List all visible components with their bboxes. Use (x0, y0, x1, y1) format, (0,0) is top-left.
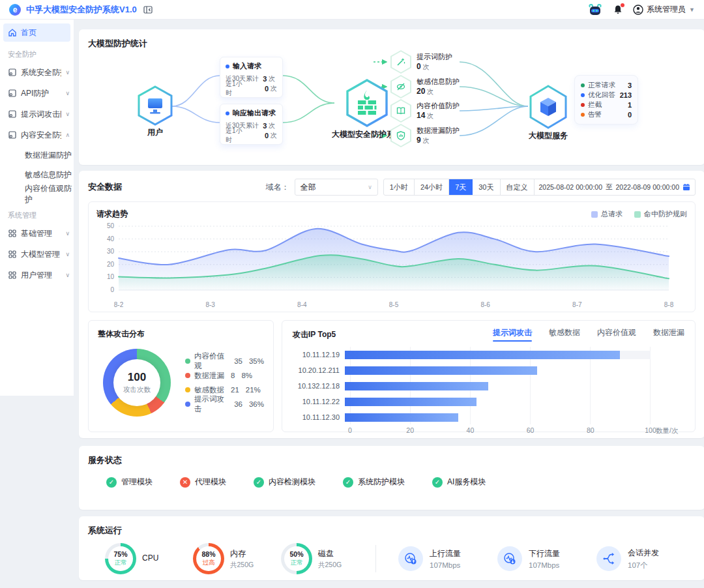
firewall-icon (345, 78, 389, 128)
stat-value: 3 (263, 75, 267, 83)
legend-total-requests[interactable]: 总请求 (591, 209, 623, 219)
sidebar-item-api-protection[interactable]: API防护 ∨ (0, 83, 74, 104)
sidebar-item-model-admin[interactable]: 大模型管理 ∨ (0, 244, 74, 265)
gauge-ring: 88%过高 (193, 543, 224, 574)
domain-select[interactable]: 全部 ∨ (295, 179, 378, 196)
result-stats-card: 正常请求3 优化回答213 拦截1 告警0 (574, 75, 638, 125)
svg-text:40: 40 (107, 235, 115, 243)
notifications-bell-icon[interactable] (613, 5, 623, 14)
protection-value: 20 (417, 87, 425, 96)
sidebar-item-content-security[interactable]: 内容安全防护 ∧ (0, 125, 74, 145)
sidebar-item-base-admin[interactable]: 基础管理 ∨ (0, 223, 74, 244)
card-title: 服务状态 (88, 454, 696, 466)
svg-text:8-2: 8-2 (114, 301, 124, 308)
traffic-down-icon (497, 546, 522, 571)
protection-value: 0 (417, 62, 421, 71)
sidebar-subitem-content-values[interactable]: 内容价值观防护 (0, 184, 74, 204)
sidebar-item-label: 基础管理 (21, 228, 61, 239)
sessions-icon (596, 546, 621, 571)
svg-text:8-4: 8-4 (297, 301, 307, 308)
shield-doc-icon (8, 130, 17, 140)
disk-gauge: 50%正常 磁盘共250G (281, 543, 369, 574)
grid-icon (8, 229, 17, 238)
range-custom-button[interactable]: 自定义 (501, 179, 535, 195)
sidebar-subitem-data-leak[interactable]: 数据泄漏防护 (0, 145, 74, 165)
sidebar-item-system-security[interactable]: 系统安全防护 ∨ (0, 62, 74, 83)
sidebar-item-label: 首页 (21, 27, 66, 38)
system-metrics-row: 75%正常 CPU 88%过高 内存共250G 50%正常 磁盘共250G (88, 543, 696, 574)
protection-label: 内容价值防护 (417, 102, 460, 110)
service-module: ✕代理模块 (180, 477, 226, 488)
range-1h-button[interactable]: 1小时 (384, 179, 415, 195)
model-service-label: 大模型服务 (529, 130, 568, 141)
security-data-card: 安全数据 域名： 全部 ∨ 1小时 24小时 7天 30天 自定义 202 (79, 171, 704, 438)
sidebar-section-security: 安全防护 (0, 43, 74, 62)
sidebar-item-prompt-attack[interactable]: 提示词攻击防护 ∨ (0, 104, 74, 125)
donut-center-label: 攻击次数 (123, 385, 151, 394)
stat-label: 近1小时 (226, 126, 248, 145)
system-running-card: 系统运行 75%正常 CPU 88%过高 内存共250G 50%正常 (79, 516, 704, 580)
protection-item-values: 内容价值防护14次 (390, 99, 460, 123)
donut-center-value: 100 (128, 371, 146, 384)
tab-prompt-attack[interactable]: 提示词攻击 (493, 327, 532, 342)
svg-text:8-6: 8-6 (480, 301, 490, 308)
range-7d-button[interactable]: 7天 (449, 179, 473, 195)
divider (375, 545, 376, 572)
sidebar-section-admin: 系统管理 (0, 204, 74, 223)
protection-item-leak: 数据泄漏防护9次 (390, 124, 460, 147)
grid-icon (8, 250, 17, 259)
chevron-down-icon: ∨ (368, 184, 372, 190)
date-from: 2025-08-02 00:00:00 (539, 183, 603, 191)
tab-data-leak[interactable]: 数据泄漏 (653, 327, 684, 342)
service-module: ✓系统防护模块 (343, 477, 405, 488)
sidebar-item-home[interactable]: 首页 (3, 23, 70, 42)
bar-row: 10.11.12.22 (293, 394, 684, 409)
domain-select-value: 全部 (301, 182, 316, 193)
notification-badge (621, 3, 624, 7)
app-logo: e (9, 4, 21, 16)
uplink-traffic: 上行流量107Mbps (398, 546, 497, 571)
svg-text:50: 50 (107, 222, 115, 229)
sidebar: 首页 安全防护 系统安全防护 ∨ API防护 ∨ 提示词攻击防护 ∨ 内容安全防… (0, 20, 74, 396)
status-dot (581, 113, 585, 117)
output-request-title: 响应输出请求 (233, 108, 276, 118)
card-title: 系统运行 (88, 525, 696, 537)
gauge-ring: 75%正常 (105, 543, 136, 574)
stat-value: 3 (628, 81, 632, 89)
user-monitor-icon (137, 85, 173, 126)
stat-label: 拦截 (588, 100, 602, 110)
legend-dot (185, 402, 190, 407)
chevron-down-icon: ▼ (689, 7, 695, 13)
svg-text:8-3: 8-3 (205, 301, 215, 308)
blue-dot-icon (226, 65, 229, 68)
chevron-down-icon: ∨ (65, 111, 70, 117)
chevron-down-icon: ∨ (65, 69, 70, 76)
sidebar-collapse-icon[interactable] (143, 6, 153, 14)
svg-text:8-7: 8-7 (572, 301, 582, 308)
legend-hit-rules[interactable]: 命中防护规则 (634, 209, 687, 219)
input-request-card: 输入请求 近30天累计3次 近1小时0次 (220, 57, 283, 98)
assistant-robot-icon[interactable] (587, 3, 603, 16)
tab-content-values[interactable]: 内容价值观 (597, 327, 636, 342)
trend-title: 请求趋势 (96, 209, 128, 220)
status-check-icon: ✓ (432, 477, 443, 488)
stat-value: 0 (265, 132, 269, 140)
user-menu[interactable]: 系统管理员 ▼ (633, 4, 695, 15)
shield-icon (390, 124, 411, 147)
status-error-icon: ✕ (180, 477, 190, 488)
calendar-icon[interactable] (682, 183, 690, 191)
date-range-input[interactable]: 2025-08-02 00:00:00 至 2022-08-09 00:00:0… (535, 179, 696, 195)
service-status-row: ✓管理模块 ✕代理模块 ✓内容检测模块 ✓系统防护模块 ✓AI服务模块 (88, 477, 696, 488)
sidebar-item-user-admin[interactable]: 用户管理 ∨ (0, 265, 74, 286)
app-title: 中孚大模型安全防护系统V1.0 (26, 4, 137, 16)
sidebar-subitem-sensitive-info[interactable]: 敏感信息防护 (0, 165, 74, 184)
ip-bar-chart: 10.11.12.19 10.20.12.211 10.132.12.18 10… (293, 347, 684, 435)
range-30d-button[interactable]: 30天 (473, 179, 500, 195)
input-request-title: 输入请求 (233, 61, 261, 71)
eye-off-icon (390, 75, 411, 98)
bar-row: 10.132.12.18 (293, 378, 684, 394)
bar-x-axis: 0 20 40 60 80 100 数量/次 (350, 425, 651, 435)
tab-sensitive-data[interactable]: 敏感数据 (549, 327, 580, 342)
attack-distribution-donut: 100 攻击次数 (103, 349, 171, 417)
range-24h-button[interactable]: 24小时 (415, 179, 449, 195)
